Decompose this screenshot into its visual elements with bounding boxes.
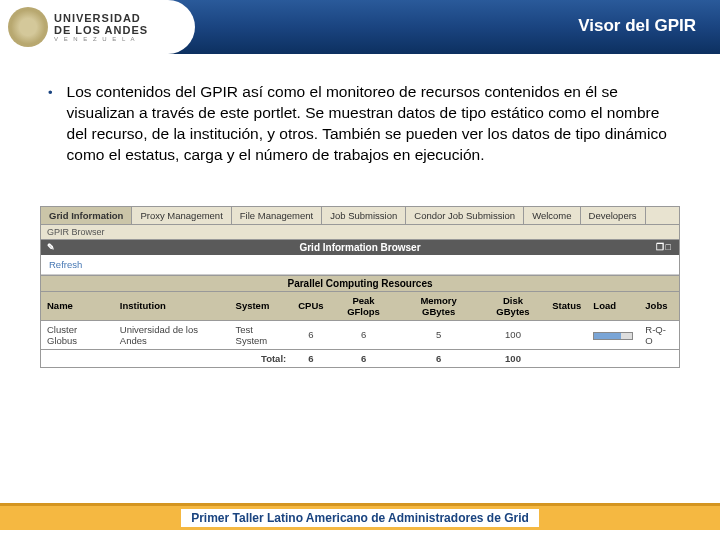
portlet-title-bar: ✎ Grid Information Browser ❐□ (41, 240, 679, 255)
tab-job-submission[interactable]: Job Submission (322, 207, 406, 224)
footer-band: Primer Taller Latino Americano de Admini… (0, 506, 720, 530)
total-cpus: 6 (292, 349, 329, 367)
total-mem: 6 (398, 349, 480, 367)
load-bar-icon (593, 332, 633, 340)
refresh-link[interactable]: Refresh (41, 255, 679, 275)
portlet-title-text: Grid Information Browser (299, 242, 420, 253)
cell-name: Cluster Globus (41, 320, 114, 349)
cell-jobs: R-Q-O (639, 320, 679, 349)
col-status: Status (546, 292, 587, 321)
tab-proxy-management[interactable]: Proxy Management (132, 207, 231, 224)
page-title: Visor del GPIR (578, 16, 696, 36)
gpir-portlet: Grid Information Proxy Management File M… (40, 206, 680, 368)
col-name: Name (41, 292, 114, 321)
bullet-item: • Los contenidos del GPIR así como el mo… (48, 82, 672, 166)
tab-bar: Grid Information Proxy Management File M… (41, 207, 679, 225)
col-system: System (230, 292, 293, 321)
col-load: Load (587, 292, 639, 321)
total-gflops: 6 (330, 349, 398, 367)
bullet-text: Los contenidos del GPIR así como el moni… (67, 82, 672, 166)
tab-condor-job-submission[interactable]: Condor Job Submission (406, 207, 524, 224)
table-row: Cluster Globus Universidad de los Andes … (41, 320, 679, 349)
tab-developers[interactable]: Developers (581, 207, 646, 224)
table-header-row: Name Institution System CPUs Peak GFlops… (41, 292, 679, 321)
footer-text: Primer Taller Latino Americano de Admini… (181, 509, 539, 527)
table-total-row: Total: 6 6 6 100 (41, 349, 679, 367)
cell-system: Test System (230, 320, 293, 349)
logo-line2: DE LOS ANDES (54, 24, 148, 36)
cell-load (587, 320, 639, 349)
logo-text: UNIVERSIDAD DE LOS ANDES V E N E Z U E L… (54, 12, 148, 43)
resources-table: Name Institution System CPUs Peak GFlops… (41, 292, 679, 367)
window-icons[interactable]: ❐□ (656, 242, 673, 252)
slide-header: UNIVERSIDAD DE LOS ANDES V E N E Z U E L… (0, 0, 720, 54)
logo-line1: UNIVERSIDAD (54, 12, 148, 24)
bullet-icon: • (48, 85, 53, 100)
col-disk: Disk GBytes (480, 292, 547, 321)
cell-status (546, 320, 587, 349)
col-mem: Memory GBytes (398, 292, 480, 321)
logo-line3: V E N E Z U E L A (54, 36, 148, 43)
total-disk: 100 (480, 349, 547, 367)
section-title: Parallel Computing Resources (41, 275, 679, 292)
col-jobs: Jobs (639, 292, 679, 321)
cell-gflops: 6 (330, 320, 398, 349)
cell-mem: 5 (398, 320, 480, 349)
logo-container: UNIVERSIDAD DE LOS ANDES V E N E Z U E L… (0, 0, 195, 54)
tab-file-management[interactable]: File Management (232, 207, 322, 224)
subtab-gpir-browser[interactable]: GPIR Browser (41, 225, 679, 240)
col-cpus: CPUs (292, 292, 329, 321)
col-gflops: Peak GFlops (330, 292, 398, 321)
cell-cpus: 6 (292, 320, 329, 349)
tab-welcome[interactable]: Welcome (524, 207, 580, 224)
tab-grid-information[interactable]: Grid Information (41, 207, 132, 224)
university-seal-icon (8, 7, 48, 47)
col-institution: Institution (114, 292, 230, 321)
edit-icon[interactable]: ✎ (47, 242, 55, 252)
content-area: • Los contenidos del GPIR así como el mo… (0, 54, 720, 176)
total-label: Total: (230, 349, 293, 367)
cell-disk: 100 (480, 320, 547, 349)
cell-institution: Universidad de los Andes (114, 320, 230, 349)
